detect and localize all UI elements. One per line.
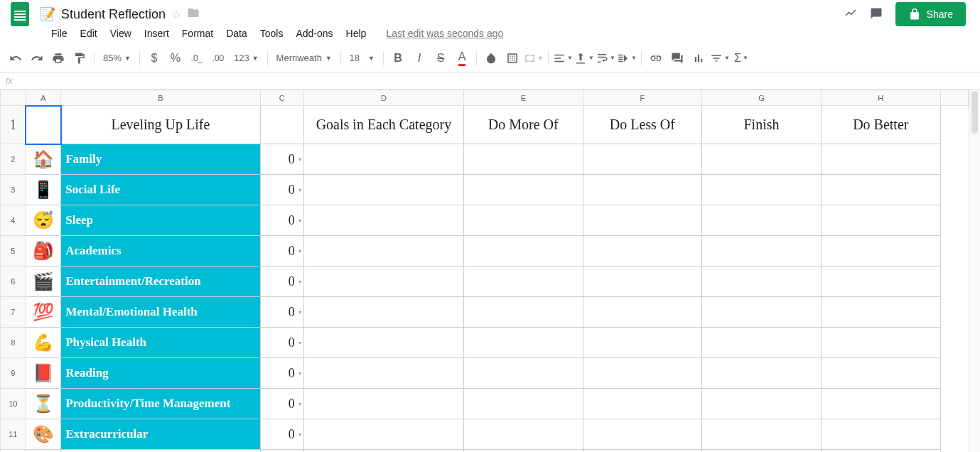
zoom-select[interactable]: 85%▼ <box>99 51 135 65</box>
cell-B5-label[interactable]: Academics <box>61 236 260 267</box>
share-button[interactable]: Share <box>895 2 966 26</box>
row-header-7[interactable]: 7 <box>1 297 26 328</box>
cell-D10[interactable] <box>303 389 463 419</box>
cell-F10[interactable] <box>583 389 702 419</box>
cell-G8[interactable] <box>702 328 822 358</box>
filter-icon[interactable]: ▼ <box>710 48 730 68</box>
cell-H10[interactable] <box>821 389 940 419</box>
print-icon[interactable] <box>48 48 68 68</box>
cell-H11[interactable] <box>821 419 940 450</box>
cell-B8-label[interactable]: Physical Health <box>61 328 260 358</box>
col-header-C[interactable]: C <box>260 90 303 106</box>
row-header-6[interactable]: 6 <box>1 267 26 297</box>
cell-B3-label[interactable]: Social Life <box>61 175 260 205</box>
menu-tools[interactable]: Tools <box>254 25 289 42</box>
cell-H9[interactable] <box>821 358 940 389</box>
star-icon[interactable]: ☆ <box>171 8 181 21</box>
menu-help[interactable]: Help <box>340 25 372 42</box>
scroll-thumb[interactable] <box>971 91 978 134</box>
cell-H6[interactable] <box>821 267 940 297</box>
cell-A3-icon[interactable]: 📱 <box>26 175 61 205</box>
cell-B11-label[interactable]: Extracurricular <box>61 419 260 450</box>
cell-F3[interactable] <box>583 175 702 205</box>
horizontal-align-icon[interactable]: ▼ <box>553 48 573 68</box>
cell-D5[interactable] <box>303 236 463 267</box>
undo-icon[interactable] <box>6 48 26 68</box>
cell-C9-value[interactable]: 0 <box>260 358 303 389</box>
menu-view[interactable]: View <box>104 25 137 42</box>
cell-A7-icon[interactable]: 💯 <box>26 297 61 328</box>
cell-C11-value[interactable]: 0 <box>260 419 303 450</box>
cell-E6[interactable] <box>463 267 583 297</box>
cell-E11[interactable] <box>463 419 583 450</box>
cell-D7[interactable] <box>303 297 463 328</box>
menu-addons[interactable]: Add-ons <box>290 25 338 42</box>
cell-C5-value[interactable]: 0 <box>260 236 303 267</box>
cell-E8[interactable] <box>463 328 583 358</box>
cell-B4-label[interactable]: Sleep <box>61 205 260 236</box>
move-folder-icon[interactable] <box>187 6 200 22</box>
cell-C1[interactable] <box>260 106 303 144</box>
row-header-12[interactable] <box>1 450 26 453</box>
cell-G7[interactable] <box>702 297 822 328</box>
menu-format[interactable]: Format <box>176 25 219 42</box>
row-header-9[interactable]: 9 <box>1 358 26 389</box>
cell-D1[interactable]: Goals in Each Category <box>303 106 463 144</box>
cell-G3[interactable] <box>702 175 822 205</box>
cell-H8[interactable] <box>821 328 940 358</box>
cell-E2[interactable] <box>463 144 583 175</box>
vertical-align-icon[interactable]: ▼ <box>574 48 594 68</box>
currency-icon[interactable]: $ <box>144 48 164 68</box>
col-header-A[interactable]: A <box>26 90 61 106</box>
menu-insert[interactable]: Insert <box>139 25 175 42</box>
cell-E5[interactable] <box>463 236 583 267</box>
percent-icon[interactable]: % <box>166 48 185 68</box>
row-header-8[interactable]: 8 <box>1 328 26 358</box>
cell-B10-label[interactable]: Productivity/Time Management <box>61 389 260 419</box>
merge-cells-icon[interactable]: ▼ <box>524 48 544 68</box>
cell-A5-icon[interactable]: 🎒 <box>26 236 61 267</box>
increase-decimal-icon[interactable]: .00 <box>208 48 228 68</box>
row-header-11[interactable]: 11 <box>1 419 26 450</box>
insert-link-icon[interactable] <box>646 48 666 68</box>
cell-G1[interactable]: Finish <box>702 106 822 144</box>
cell-D11[interactable] <box>303 419 463 450</box>
strikethrough-icon[interactable]: S <box>431 48 451 68</box>
col-header-E[interactable]: E <box>463 90 583 106</box>
col-header-H[interactable]: H <box>821 90 940 106</box>
redo-icon[interactable] <box>27 48 47 68</box>
cell-E10[interactable] <box>463 389 583 419</box>
fill-color-icon[interactable] <box>481 48 501 68</box>
cell-H7[interactable] <box>821 297 940 328</box>
cell-A6-icon[interactable]: 🎬 <box>26 267 61 297</box>
cell-B9-label[interactable]: Reading <box>61 358 260 389</box>
cell-C7-value[interactable]: 0 <box>260 297 303 328</box>
text-color-icon[interactable]: A <box>452 48 472 68</box>
col-header-B[interactable]: B <box>61 90 260 106</box>
insert-chart-icon[interactable] <box>689 48 709 68</box>
functions-icon[interactable]: Σ▼ <box>731 48 751 68</box>
cell-F8[interactable] <box>583 328 702 358</box>
cell-C4-value[interactable]: 0 <box>260 205 303 236</box>
cell-B1[interactable]: Leveling Up Life <box>61 106 260 144</box>
borders-icon[interactable] <box>502 48 522 68</box>
formula-bar[interactable]: fx <box>0 72 980 90</box>
last-edit-link[interactable]: Last edit was seconds ago <box>386 28 503 39</box>
sheets-app-icon[interactable] <box>6 0 34 28</box>
insert-comment-icon[interactable] <box>667 48 687 68</box>
col-header-D[interactable]: D <box>303 90 463 106</box>
cell-E1[interactable]: Do More Of <box>463 106 583 144</box>
number-format-select[interactable]: 123▼ <box>230 51 263 65</box>
cell-r12c1[interactable] <box>61 450 260 453</box>
row-header-3[interactable]: 3 <box>1 175 26 205</box>
cell-D2[interactable] <box>303 144 463 175</box>
font-size-select[interactable]: 18▼ <box>345 51 379 65</box>
cell-B6-label[interactable]: Entertainment/Recreation <box>61 267 260 297</box>
cell-G5[interactable] <box>702 236 822 267</box>
cell-B2-label[interactable]: Family <box>61 144 260 175</box>
cell-D6[interactable] <box>303 267 463 297</box>
spreadsheet-grid[interactable]: ABCDEFGH1Leveling Up LifeGoals in Each C… <box>0 90 969 452</box>
cell-C6-value[interactable]: 0 <box>260 267 303 297</box>
cell-A2-icon[interactable]: 🏠 <box>26 144 61 175</box>
cell-A4-icon[interactable]: 😴 <box>26 205 61 236</box>
